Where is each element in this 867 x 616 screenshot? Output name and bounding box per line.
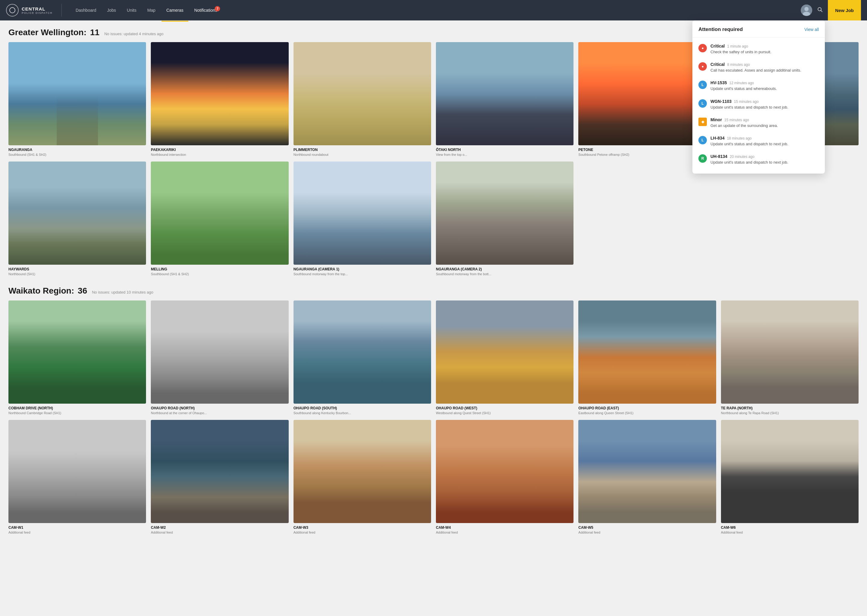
camera-card[interactable]: NGAURANGA Southbound (SH1 & SH2) — [8, 42, 146, 157]
notifications-dropdown: Attention required View all ● Critical 1… — [692, 20, 825, 174]
app-name: CENTRAL POLICE DISPATCH — [22, 6, 52, 14]
camera-thumbnail — [293, 162, 431, 265]
camera-card[interactable]: OHAUPO ROAD (North) Northbound at the co… — [151, 300, 288, 415]
camera-thumbnail — [436, 300, 574, 404]
region-title-waikato: Waikato Region: — [8, 286, 74, 295]
camera-card[interactable]: HAYWARDS Northbound (SH1) — [8, 162, 146, 276]
notification-badge: 7 — [214, 6, 220, 11]
notification-item[interactable]: L HV-1535 12 minutes ago Update unit's s… — [692, 77, 825, 95]
notification-item[interactable]: L WGN-1103 15 minutes ago Update unit's … — [692, 95, 825, 114]
notifications-button[interactable]: Notifications 7 — [189, 5, 222, 15]
camera-thumbnail — [578, 300, 716, 404]
notification-item[interactable]: ◆ Minor 15 minutes ago Get an update of … — [692, 114, 825, 132]
nav-cameras[interactable]: Cameras — [161, 5, 188, 15]
camera-card[interactable]: CAM-W1 Additional feed — [8, 420, 146, 534]
notification-item[interactable]: L LH-834 18 minutes ago Update unit's st… — [692, 132, 825, 150]
notifications-title: Attention required — [698, 27, 742, 33]
logo-icon — [6, 4, 19, 17]
region-waikato: Waikato Region: 36 No issues: updated 10… — [8, 286, 859, 535]
camera-card[interactable]: ŌTAKI NORTH View from the top o... — [436, 42, 574, 157]
camera-card[interactable]: TE RAPA (North) Northbound along Te Rapa… — [721, 300, 859, 415]
region-count-wellington: 11 — [90, 28, 99, 37]
camera-card[interactable]: CAM-W3 Additional feed — [293, 420, 431, 534]
region-status-wellington: No issues: updated 4 minutes ago — [104, 31, 164, 36]
camera-thumbnail — [8, 162, 146, 265]
camera-card[interactable]: COBHAM DRIVE (North) Northbound Cambridg… — [8, 300, 146, 415]
camera-card[interactable]: PAEKAKARIKI Northbound intersection — [151, 42, 288, 157]
notification-item[interactable]: ● Critical 1 minute ago Check the saftey… — [692, 40, 825, 58]
camera-card[interactable]: NGAURANGA (Camera 2) Southbound motorway… — [436, 162, 574, 276]
camera-thumbnail — [578, 420, 716, 523]
camera-card[interactable]: CAM-W5 Additional feed — [578, 420, 716, 534]
camera-thumbnail — [293, 420, 431, 523]
nav-map[interactable]: Map — [142, 5, 160, 15]
nav-right: New Job — [801, 0, 861, 20]
notification-dot-hv1535: L — [698, 81, 707, 89]
nav-jobs[interactable]: Jobs — [102, 5, 121, 15]
notification-dot-critical2: ● — [698, 62, 707, 71]
notifications-header: Attention required View all — [692, 27, 825, 38]
notification-dot-uh8134: R — [698, 154, 707, 163]
avatar[interactable] — [801, 5, 812, 16]
camera-card[interactable]: CAM-W2 Additional feed — [151, 420, 288, 534]
camera-card[interactable]: CAM-W4 Additional feed — [436, 420, 574, 534]
svg-point-1 — [804, 7, 809, 11]
region-count-waikato: 36 — [78, 286, 87, 295]
notification-dot-critical1: ● — [698, 44, 707, 52]
camera-card[interactable]: OHAUPO ROAD (South) Southbound along Ken… — [293, 300, 431, 415]
camera-thumbnail — [8, 300, 146, 404]
nav-links: Dashboard Jobs Units Map Cameras Notific… — [71, 5, 801, 15]
camera-thumbnail — [151, 162, 288, 265]
camera-card[interactable]: PLIMMERTON Northbound roundabout — [293, 42, 431, 157]
camera-thumbnail — [151, 42, 288, 145]
svg-line-4 — [821, 10, 823, 12]
notification-item[interactable]: R UH-8134 20 minutes ago Update unit's s… — [692, 150, 825, 169]
camera-thumbnail — [436, 42, 574, 145]
notifications-list: ● Critical 1 minute ago Check the saftey… — [692, 38, 825, 171]
camera-card[interactable]: CAM-W6 Additional feed — [721, 420, 859, 534]
camera-card[interactable]: NGAURANGA (Camera 1) Southbound motorway… — [293, 162, 431, 276]
camera-thumbnail — [721, 300, 859, 404]
camera-thumbnail — [436, 162, 574, 265]
camera-grid-waikato: COBHAM DRIVE (North) Northbound Cambridg… — [8, 300, 859, 535]
new-job-button[interactable]: New Job — [828, 0, 861, 20]
camera-thumbnail — [8, 42, 146, 145]
notification-dot-wgn1103: L — [698, 99, 707, 108]
camera-card[interactable]: OHAUPO ROAD (East) Eastbound along Queen… — [578, 300, 716, 415]
navbar: CENTRAL POLICE DISPATCH Dashboard Jobs U… — [0, 0, 867, 20]
camera-thumbnail — [293, 42, 431, 145]
camera-card[interactable]: MELLING Southbound (SH1 & SH2) — [151, 162, 288, 276]
notification-item[interactable]: ● Critical 8 minutes ago Call has escula… — [692, 58, 825, 77]
section-header-waikato: Waikato Region: 36 No issues: updated 10… — [8, 286, 859, 295]
nav-dashboard[interactable]: Dashboard — [71, 5, 101, 15]
notification-dot-minor: ◆ — [698, 118, 707, 126]
camera-thumbnail — [721, 420, 859, 523]
view-all-link[interactable]: View all — [804, 27, 819, 32]
camera-thumbnail — [8, 420, 146, 523]
camera-thumbnail — [293, 300, 431, 404]
search-icon[interactable] — [817, 6, 823, 14]
notification-dot-lh834: L — [698, 136, 707, 145]
camera-thumbnail — [151, 300, 288, 404]
app-logo[interactable]: CENTRAL POLICE DISPATCH — [6, 4, 62, 17]
region-title-wellington: Greater Wellington: — [8, 28, 87, 37]
camera-card[interactable]: OHAUPO ROAD (West) Westbound along Quest… — [436, 300, 574, 415]
camera-thumbnail — [151, 420, 288, 523]
nav-units[interactable]: Units — [122, 5, 141, 15]
avatar-image — [801, 5, 812, 16]
region-status-waikato: No issues: updated 10 minutes ago — [92, 290, 153, 294]
camera-thumbnail — [436, 420, 574, 523]
